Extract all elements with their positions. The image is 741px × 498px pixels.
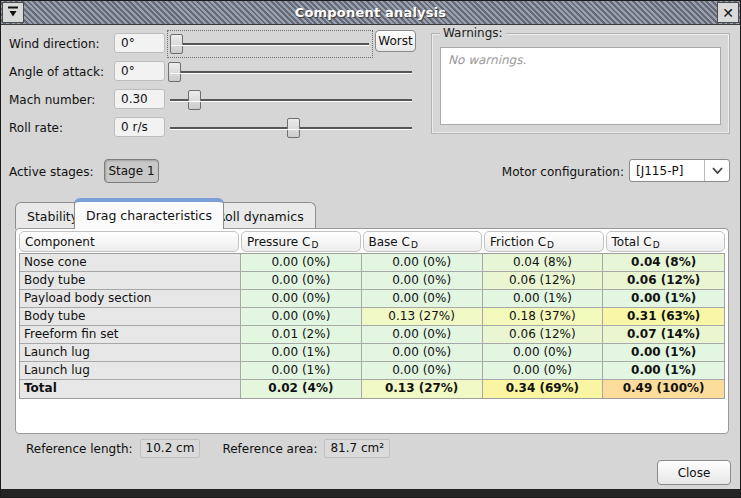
pressure-cd-cell: 0.00 (0%) [241, 272, 362, 290]
component-cell: Body tube [20, 308, 241, 326]
total-cd-cell: 0.00 (1%) [603, 344, 724, 362]
base-cd-cell: 0.00 (0%) [362, 326, 483, 344]
close-icon: ✕ [722, 6, 734, 20]
pressure-cd-cell: 0.00 (1%) [241, 344, 362, 362]
window-menu-button[interactable] [2, 2, 24, 23]
column-header-base-cd: Base CD [363, 231, 483, 252]
roll-rate-value[interactable]: 0 r/s [114, 117, 165, 137]
component-cell: Freeform fin set [20, 326, 241, 344]
reference-length-value: 10.2 cm [140, 439, 201, 458]
column-header-component: Component [19, 231, 239, 252]
reference-length-label: Reference length: [26, 442, 133, 456]
base-cd-cell: 0.13 (27%) [362, 380, 483, 398]
wind-direction-value[interactable]: 0° [114, 33, 165, 53]
table-row-nose-cone[interactable]: Nose cone 0.00 (0%) 0.00 (0%) 0.04 (8%) … [20, 254, 724, 272]
stage-1-toggle[interactable]: Stage 1 [104, 159, 159, 183]
pressure-cd-cell: 0.00 (0%) [241, 308, 362, 326]
table-row-freeform-fin-set[interactable]: Freeform fin set 0.01 (2%) 0.00 (0%) 0.0… [20, 326, 724, 344]
motor-configuration-value: [J115-P] [630, 164, 704, 178]
friction-cd-cell: 0.00 (1%) [483, 290, 604, 308]
roll-rate-label: Roll rate: [9, 121, 63, 135]
pressure-cd-cell: 0.00 (0%) [241, 290, 362, 308]
slider-track[interactable] [170, 89, 412, 111]
angle-of-attack-value[interactable]: 0° [114, 61, 165, 81]
slider-track[interactable] [171, 33, 369, 55]
warnings-list: No warnings. [440, 47, 721, 125]
active-stages-label: Active stages: [9, 165, 94, 179]
window-title: Component analysis [25, 5, 716, 20]
total-cd-cell: 0.04 (8%) [603, 254, 724, 272]
close-button[interactable]: Close [657, 460, 731, 485]
drag-table-pane: Component Pressure CD Base CD Friction C… [15, 228, 729, 434]
pressure-cd-cell: 0.00 (0%) [241, 254, 362, 272]
table-header-row: Component Pressure CD Base CD Friction C… [16, 229, 728, 253]
tab-drag-characteristics[interactable]: Drag characteristics [74, 198, 224, 229]
drag-table-body: Nose cone 0.00 (0%) 0.00 (0%) 0.04 (8%) … [19, 253, 725, 399]
base-cd-cell: 0.13 (27%) [362, 308, 483, 326]
roll-rate-slider[interactable] [170, 117, 412, 139]
friction-cd-cell: 0.00 (0%) [483, 362, 604, 380]
wind-direction-label: Wind direction: [9, 37, 100, 51]
warnings-group: Warnings: No warnings. [431, 33, 730, 134]
table-row-launch-lug-2[interactable]: Launch lug 0.00 (1%) 0.00 (0%) 0.00 (0%)… [20, 362, 724, 380]
pressure-cd-cell: 0.01 (2%) [241, 326, 362, 344]
total-cd-cell: 0.31 (63%) [603, 308, 724, 326]
base-cd-cell: 0.00 (0%) [362, 254, 483, 272]
slider-track[interactable] [170, 61, 412, 83]
mach-number-value[interactable]: 0.30 [114, 89, 165, 109]
mach-number-label: Mach number: [9, 93, 95, 107]
friction-cd-cell: 0.18 (37%) [483, 308, 604, 326]
component-cell: Payload body section [20, 290, 241, 308]
pressure-cd-cell: 0.02 (4%) [241, 380, 362, 398]
table-row-body-tube[interactable]: Body tube 0.00 (0%) 0.00 (0%) 0.06 (12%)… [20, 272, 724, 290]
table-row-payload-body-section[interactable]: Payload body section 0.00 (0%) 0.00 (0%)… [20, 290, 724, 308]
slider-track[interactable] [170, 117, 412, 139]
component-cell: Launch lug [20, 362, 241, 380]
window-close-button[interactable]: ✕ [717, 2, 739, 23]
base-cd-cell: 0.00 (0%) [362, 362, 483, 380]
component-cell: Total [20, 380, 241, 398]
table-row-total[interactable]: Total 0.02 (4%) 0.13 (27%) 0.34 (69%) 0.… [20, 380, 724, 398]
motor-configuration-select[interactable]: [J115-P] [629, 159, 730, 182]
slider-thumb[interactable] [287, 118, 300, 138]
friction-cd-cell: 0.04 (8%) [483, 254, 604, 272]
component-analysis-dialog: Component analysis ✕ Wind direction: 0° … [0, 0, 741, 498]
pressure-cd-cell: 0.00 (1%) [241, 362, 362, 380]
total-cd-cell: 0.00 (1%) [603, 290, 724, 308]
friction-cd-cell: 0.06 (12%) [483, 272, 604, 290]
base-cd-cell: 0.00 (0%) [362, 290, 483, 308]
chevron-down-icon [704, 160, 729, 181]
window-menu-icon [6, 3, 20, 22]
table-row-body-tube-2[interactable]: Body tube 0.00 (0%) 0.13 (27%) 0.18 (37%… [20, 308, 724, 326]
column-header-total-cd: Total CD [606, 231, 726, 252]
component-cell: Launch lug [20, 344, 241, 362]
mach-number-slider[interactable] [170, 89, 412, 111]
component-cell: Body tube [20, 272, 241, 290]
angle-of-attack-label: Angle of attack: [9, 65, 104, 79]
worst-button[interactable]: Worst [375, 30, 416, 52]
friction-cd-cell: 0.34 (69%) [483, 380, 604, 398]
friction-cd-cell: 0.06 (12%) [483, 326, 604, 344]
reference-area-value: 81.7 cm² [324, 439, 390, 458]
column-header-pressure-cd: Pressure CD [241, 231, 361, 252]
friction-cd-cell: 0.00 (0%) [483, 344, 604, 362]
component-cell: Nose cone [20, 254, 241, 272]
table-row-launch-lug[interactable]: Launch lug 0.00 (1%) 0.00 (0%) 0.00 (0%)… [20, 344, 724, 362]
total-cd-cell: 0.07 (14%) [603, 326, 724, 344]
reference-info-row: Reference length: 10.2 cm Reference area… [26, 439, 390, 458]
motor-configuration-label: Motor configuration: [471, 165, 624, 179]
column-header-friction-cd: Friction CD [484, 231, 604, 252]
reference-area-label: Reference area: [222, 442, 317, 456]
slider-thumb[interactable] [170, 34, 183, 54]
total-cd-cell: 0.06 (12%) [603, 272, 724, 290]
base-cd-cell: 0.00 (0%) [362, 272, 483, 290]
warnings-title: Warnings: [440, 26, 506, 40]
wind-direction-slider[interactable] [167, 30, 373, 58]
slider-thumb[interactable] [168, 62, 181, 82]
angle-of-attack-slider[interactable] [170, 61, 412, 83]
total-cd-cell: 0.00 (1%) [603, 362, 724, 380]
title-bar[interactable]: Component analysis ✕ [1, 1, 740, 25]
slider-thumb[interactable] [188, 90, 201, 110]
base-cd-cell: 0.00 (0%) [362, 344, 483, 362]
total-cd-cell: 0.49 (100%) [603, 380, 724, 398]
